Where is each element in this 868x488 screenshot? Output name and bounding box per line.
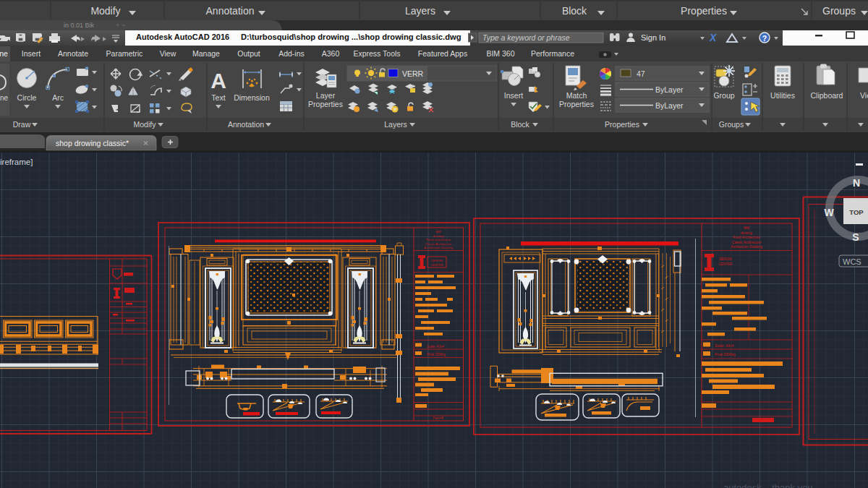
svg-text:CENTER: CENTER bbox=[430, 263, 443, 267]
svg-text:+ ~: + ~ bbox=[116, 22, 125, 29]
svg-text:Scale: A3x4: Scale: A3x4 bbox=[427, 345, 444, 348]
svg-text:MW: MW bbox=[435, 230, 441, 234]
svg-text:Modify: Modify bbox=[90, 5, 120, 17]
svg-text:N: N bbox=[853, 177, 860, 189]
svg-text:WCS: WCS bbox=[843, 257, 861, 266]
svg-text:Groups: Groups bbox=[719, 120, 744, 129]
svg-text:ne: ne bbox=[0, 49, 8, 58]
svg-text:Sign In: Sign In bbox=[641, 33, 665, 42]
svg-text:47: 47 bbox=[637, 69, 645, 78]
svg-text:Manage: Manage bbox=[192, 49, 220, 58]
svg-text:in 0.01 Bik: in 0.01 Bik bbox=[64, 22, 95, 29]
svg-text:Final 2300kg: Final 2300kg bbox=[427, 353, 446, 356]
svg-text:Final 2300kg: Final 2300kg bbox=[715, 352, 736, 356]
svg-text:Architecture Detailing: Architecture Detailing bbox=[424, 246, 453, 249]
svg-text:ne: ne bbox=[0, 94, 9, 102]
svg-text:S: S bbox=[852, 231, 859, 243]
svg-text:A: A bbox=[210, 69, 226, 93]
svg-text:drowing: drowing bbox=[741, 231, 753, 235]
svg-text:Express Tools: Express Tools bbox=[353, 49, 400, 58]
svg-text:Modify: Modify bbox=[134, 120, 157, 129]
svg-text:Properties: Properties bbox=[681, 5, 727, 17]
svg-text:Draw: Draw bbox=[13, 120, 31, 129]
svg-text:Block: Block bbox=[511, 120, 529, 129]
svg-text:View: View bbox=[160, 49, 176, 58]
svg-text:7sec=8: 7sec=8 bbox=[433, 416, 443, 420]
svg-text:Layer: Layer bbox=[316, 91, 336, 100]
svg-text:autodesk .. thank you: autodesk .. thank you bbox=[723, 482, 813, 488]
svg-text:Performance: Performance bbox=[531, 49, 574, 58]
svg-text:Insert: Insert bbox=[22, 49, 41, 58]
svg-text:Classic Architecture: Classic Architecture bbox=[425, 242, 452, 246]
svg-text:DESIGN: DESIGN bbox=[719, 257, 732, 261]
svg-text:Clipboard: Clipboard bbox=[811, 91, 843, 100]
svg-text:?: ? bbox=[762, 34, 767, 43]
svg-text:Output: Output bbox=[237, 49, 260, 58]
svg-text:MW: MW bbox=[744, 226, 750, 230]
svg-text:Fresh Architecture: Fresh Architecture bbox=[733, 236, 760, 239]
svg-text:Properties: Properties bbox=[308, 100, 343, 108]
svg-text:BIM 360: BIM 360 bbox=[486, 49, 514, 58]
svg-text:Properties: Properties bbox=[559, 100, 594, 108]
svg-text:D:\turbosquid\shop drowing ...: D:\turbosquid\shop drowing ...\shop drow… bbox=[241, 33, 461, 41]
svg-text:ByLayer: ByLayer bbox=[655, 85, 684, 94]
svg-text:drowing: drowing bbox=[433, 234, 444, 238]
svg-text:Circle: Circle bbox=[17, 93, 37, 102]
svg-text:Utilities: Utilities bbox=[770, 91, 795, 100]
svg-text:Insert: Insert bbox=[504, 91, 523, 100]
svg-text:Properties: Properties bbox=[605, 120, 639, 129]
svg-text:Block: Block bbox=[562, 5, 587, 17]
svg-text:CENTER: CENTER bbox=[719, 262, 733, 266]
svg-text:X: X bbox=[709, 32, 718, 43]
svg-text:VERR: VERR bbox=[402, 69, 424, 78]
svg-text:A360: A360 bbox=[322, 49, 340, 58]
svg-text:Vie: Vie bbox=[860, 91, 868, 100]
svg-text:Featured Apps: Featured Apps bbox=[418, 49, 467, 58]
svg-text:Autodesk AutoCAD 2016: Autodesk AutoCAD 2016 bbox=[136, 33, 229, 41]
svg-text:DESIGN: DESIGN bbox=[431, 259, 443, 262]
svg-text:Architecture Detailing: Architecture Detailing bbox=[731, 245, 762, 249]
svg-text:Fresh architecture: Fresh architecture bbox=[426, 238, 451, 241]
svg-text:Scale: A3x4: Scale: A3x4 bbox=[715, 343, 734, 348]
svg-text:Annotation: Annotation bbox=[228, 120, 264, 129]
svg-text:Text: Text bbox=[211, 93, 225, 102]
svg-text:Group: Group bbox=[713, 91, 734, 100]
svg-text:W: W bbox=[824, 207, 834, 218]
svg-text:Annotate: Annotate bbox=[58, 49, 88, 58]
svg-text:Add-ins: Add-ins bbox=[278, 49, 305, 58]
svg-text:ByLayer: ByLayer bbox=[655, 101, 684, 110]
svg-text:ireframe]: ireframe] bbox=[0, 158, 33, 166]
svg-text:shop drowing classic*: shop drowing classic* bbox=[56, 139, 129, 147]
svg-text:Arc: Arc bbox=[52, 93, 64, 102]
svg-text:Annotation: Annotation bbox=[206, 5, 255, 17]
svg-text:Layers: Layers bbox=[405, 5, 435, 17]
svg-text:TOP: TOP bbox=[849, 208, 864, 216]
svg-text:Layers: Layers bbox=[384, 120, 407, 129]
svg-text:Type a keyword or phrase: Type a keyword or phrase bbox=[482, 33, 570, 42]
svg-text:Groups: Groups bbox=[822, 5, 856, 17]
svg-text:Classic Architecture: Classic Architecture bbox=[732, 241, 762, 244]
svg-text:Parametric: Parametric bbox=[106, 49, 143, 58]
svg-text:Match: Match bbox=[566, 91, 587, 100]
svg-text:Dimension: Dimension bbox=[234, 93, 270, 102]
